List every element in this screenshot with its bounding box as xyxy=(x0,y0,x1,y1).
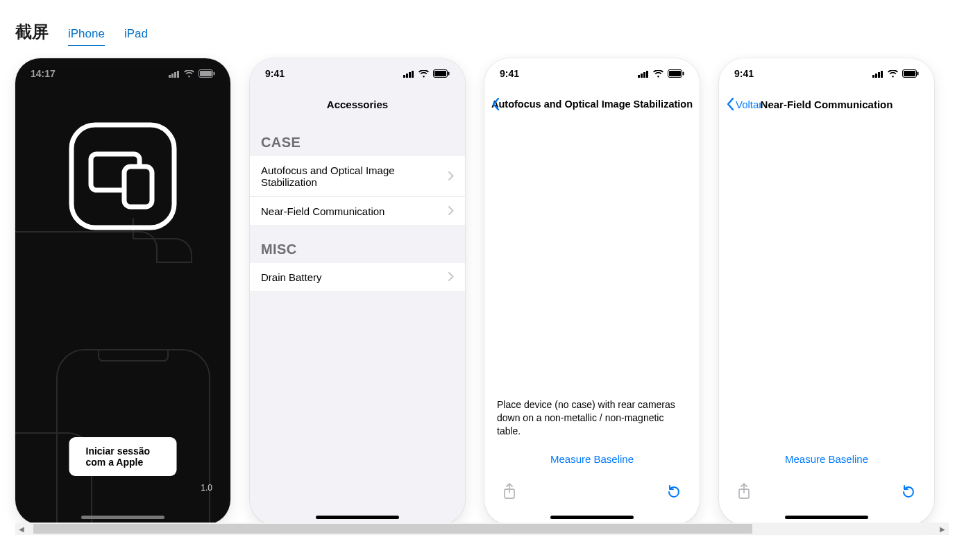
wifi-icon xyxy=(418,70,429,78)
bottom-content: Measure Baseline xyxy=(719,453,934,465)
svg-rect-18 xyxy=(448,72,450,76)
chevron-left-icon xyxy=(726,97,734,111)
settings-list: CASE Autofocus and Optical Image Stabili… xyxy=(250,119,465,525)
nav-bar: Voltar Near-Field Communication xyxy=(719,89,934,119)
svg-rect-17 xyxy=(434,71,446,76)
scrollbar-thumb[interactable] xyxy=(33,524,752,534)
status-icons xyxy=(403,69,450,78)
status-bar: 9:41 xyxy=(719,58,934,89)
cell-drain-battery[interactable]: Drain Battery xyxy=(250,263,465,292)
instruction-text: Place device (no case) with rear cameras… xyxy=(497,398,687,438)
svg-rect-3 xyxy=(177,71,179,78)
svg-rect-15 xyxy=(412,71,414,78)
battery-icon xyxy=(433,69,450,78)
measure-baseline-button[interactable]: Measure Baseline xyxy=(732,453,922,465)
sign-in-apple-button[interactable]: Iniciar sessão com a Apple xyxy=(69,437,177,476)
svg-rect-13 xyxy=(406,74,408,78)
sign-in-label: Iniciar sessão com a Apple xyxy=(86,446,164,468)
svg-rect-14 xyxy=(409,72,411,78)
status-bar: 14:17 xyxy=(15,58,230,89)
share-button[interactable] xyxy=(502,483,516,500)
svg-rect-28 xyxy=(875,74,877,78)
screenshot-gallery-scroll[interactable]: 14:17 xyxy=(0,53,964,536)
screenshot-2[interactable]: 9:41 Accessories CASE Autofocus and Opti… xyxy=(250,58,465,525)
app-logo xyxy=(67,121,178,232)
tab-iphone[interactable]: iPhone xyxy=(68,27,105,46)
cell-label: Drain Battery xyxy=(261,271,322,283)
status-time: 9:41 xyxy=(265,68,285,79)
status-bar: 9:41 xyxy=(484,58,700,89)
nav-title: Autofocus and Optical Image Stabilizatio… xyxy=(491,99,693,110)
measure-baseline-button[interactable]: Measure Baseline xyxy=(497,453,687,465)
toolbar xyxy=(484,476,700,507)
status-bar: 9:41 xyxy=(250,58,465,89)
share-icon xyxy=(502,483,516,500)
home-indicator xyxy=(316,516,399,519)
battery-icon xyxy=(668,69,684,78)
screenshots-header: 截屏 iPhone iPad xyxy=(0,0,964,53)
share-button[interactable] xyxy=(737,483,751,500)
refresh-button[interactable] xyxy=(666,484,682,499)
status-time: 14:17 xyxy=(31,68,56,79)
screenshot-1[interactable]: 14:17 xyxy=(15,58,230,525)
status-icons xyxy=(638,69,684,78)
signal-icon xyxy=(403,70,414,78)
refresh-button[interactable] xyxy=(901,484,916,499)
screenshot-4[interactable]: 9:41 Voltar Near-Field Communication Mea… xyxy=(719,58,934,525)
screenshot-3[interactable]: 9:41 Autofocus and Optical Image Stabili… xyxy=(484,58,700,525)
svg-rect-12 xyxy=(403,75,405,78)
svg-rect-24 xyxy=(669,71,681,76)
signal-icon xyxy=(169,70,180,78)
chevron-right-icon xyxy=(448,205,454,217)
svg-rect-33 xyxy=(918,72,919,76)
svg-rect-0 xyxy=(169,75,171,78)
screenshots-section-title: 截屏 xyxy=(15,21,49,43)
horizontal-scrollbar[interactable]: ◀ ▶ xyxy=(15,523,949,535)
cell-autofocus-ois[interactable]: Autofocus and Optical Image Stabilizatio… xyxy=(250,156,465,197)
svg-rect-20 xyxy=(641,74,643,78)
battery-icon xyxy=(198,69,215,78)
wifi-icon xyxy=(653,70,663,78)
svg-rect-22 xyxy=(646,71,648,78)
status-time: 9:41 xyxy=(734,68,754,79)
group-header-misc: MISC xyxy=(250,226,465,263)
nav-bar: Accessories xyxy=(250,89,465,119)
wifi-icon xyxy=(184,70,194,78)
refresh-icon xyxy=(666,484,682,499)
status-icons xyxy=(872,69,919,78)
nav-title: Accessories xyxy=(327,99,388,110)
bottom-content: Place device (no case) with rear cameras… xyxy=(484,398,700,465)
back-button[interactable]: Voltar xyxy=(726,97,762,111)
svg-rect-1 xyxy=(171,74,174,78)
cell-nfc[interactable]: Near-Field Communication xyxy=(250,197,465,226)
scroll-right-cap[interactable]: ▶ xyxy=(936,523,949,535)
svg-rect-27 xyxy=(872,75,874,78)
group-header-case: CASE xyxy=(250,119,465,156)
svg-rect-11 xyxy=(124,167,152,207)
back-label: Voltar xyxy=(736,99,762,110)
back-button[interactable] xyxy=(491,97,500,111)
signal-icon xyxy=(872,70,883,78)
scroll-left-cap[interactable]: ◀ xyxy=(15,523,28,535)
toolbar xyxy=(719,476,934,507)
svg-rect-2 xyxy=(174,72,176,78)
chevron-right-icon xyxy=(448,271,454,283)
nav-bar: Autofocus and Optical Image Stabilizatio… xyxy=(484,89,700,119)
svg-rect-19 xyxy=(638,75,640,78)
wifi-icon xyxy=(888,70,898,78)
screenshot-gallery: 14:17 xyxy=(15,53,934,527)
home-indicator xyxy=(785,516,868,519)
status-icons xyxy=(169,69,215,78)
chevron-left-icon xyxy=(491,97,500,111)
tab-ipad[interactable]: iPad xyxy=(124,27,148,45)
status-time: 9:41 xyxy=(500,68,519,79)
svg-rect-30 xyxy=(881,71,883,78)
cell-label: Autofocus and Optical Image Stabilizatio… xyxy=(261,164,448,188)
cell-label: Near-Field Communication xyxy=(261,205,384,217)
svg-rect-5 xyxy=(200,71,212,76)
svg-rect-25 xyxy=(683,72,684,76)
chevron-right-icon xyxy=(448,171,454,183)
svg-rect-6 xyxy=(214,72,215,76)
app-version-label: 1.0 xyxy=(201,483,212,493)
battery-icon xyxy=(902,69,919,78)
